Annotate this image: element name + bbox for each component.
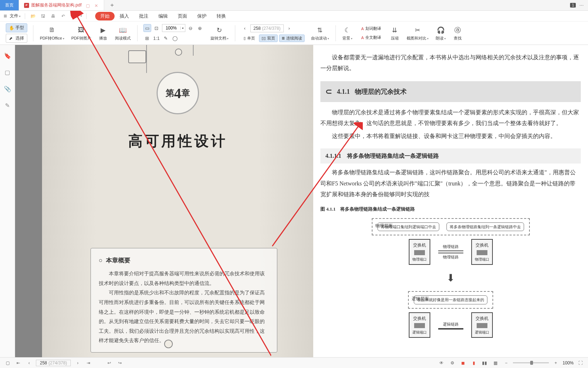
- status-bar: ▢ ⇤ ‹ 258 (274/378) › ⇥ ↩ ↪ 👁 ⚙ ◼ ▮ ▮▮ ▦…: [0, 357, 588, 368]
- print-icon[interactable]: 🖶: [50, 13, 57, 20]
- quick-toolbar: ≡ 文件▾ 📂 🖫 🖶 ↶ ↷ ▾ 开始 插入 批注 编辑 页面 保护 转换: [0, 11, 588, 22]
- detach-icon[interactable]: ▢: [86, 3, 90, 8]
- settings-icon[interactable]: ⚙: [448, 359, 456, 367]
- overflow-menu-icon[interactable]: ⋯: [579, 3, 584, 8]
- mode-square-icon[interactable]: ◼: [459, 359, 467, 367]
- panel-toggle-icon[interactable]: ▢: [4, 359, 11, 367]
- zoom-in-icon[interactable]: ⊕: [196, 24, 204, 32]
- last-page-icon[interactable]: ⇥: [84, 359, 92, 367]
- marquee-icon[interactable]: ◯: [171, 34, 179, 42]
- chevron-down-icon: ▾: [351, 37, 352, 40]
- play-button[interactable]: ▶播放: [96, 26, 111, 41]
- zoom-in-icon[interactable]: +: [552, 359, 560, 367]
- reading-mode-button[interactable]: 📖阅读模式: [112, 26, 134, 41]
- status-page-total: (274/378): [48, 360, 67, 365]
- nav-forward-icon[interactable]: ↪: [116, 359, 124, 367]
- fit-width-icon[interactable]: ▭: [143, 24, 151, 32]
- chevron-down-icon: ▾: [328, 37, 329, 40]
- page-right: 设备都需要无一遗漏地进行冗余配置，本书将从中选出与网络相关的冗余技术以及注意的事…: [313, 45, 588, 357]
- first-page-icon[interactable]: ⇤: [14, 359, 22, 367]
- menu-start[interactable]: 开始: [95, 12, 115, 20]
- eyedropper-icon[interactable]: ✎: [162, 34, 170, 42]
- new-tab-button[interactable]: ＋: [104, 0, 120, 10]
- menu-convert[interactable]: 转换: [212, 12, 231, 21]
- chapter-badge: 第4章: [157, 72, 199, 114]
- menu-edit[interactable]: 编辑: [153, 12, 173, 21]
- tab-home[interactable]: 首页: [0, 0, 19, 10]
- compress-button[interactable]: ⇊压缩: [387, 26, 402, 41]
- redo-icon[interactable]: ↷: [70, 13, 77, 20]
- mode-double-icon[interactable]: ▮▮: [481, 359, 489, 367]
- decor-icon: ⊂: [325, 84, 332, 99]
- menu-protect[interactable]: 保护: [192, 12, 212, 21]
- chevron-down-icon: ▾: [63, 37, 64, 40]
- rotate-icon: ↻: [215, 26, 224, 35]
- word-translate-button[interactable]: A划词翻译: [359, 25, 384, 32]
- eye-icon[interactable]: 👁: [437, 359, 445, 367]
- fullscreen-icon[interactable]: ⛶: [577, 359, 584, 367]
- auto-scroll-button[interactable]: ⇅自动滚动▾: [308, 26, 332, 41]
- chevron-down-icon[interactable]: ▾: [180, 27, 185, 30]
- single-page-button[interactable]: ▯单页: [241, 34, 258, 42]
- hamburger-icon[interactable]: ≡: [4, 13, 7, 19]
- document-viewport[interactable]: 第4章 高可用性设计 ○本章概要 本章将要介绍对于提高服务器端可用性来说所必需的…: [15, 45, 588, 357]
- diagram-switch-box: 交换机逻辑端口: [471, 312, 493, 338]
- screenshot-compare-button[interactable]: ✂截图和对比▾: [404, 26, 431, 41]
- open-icon[interactable]: 📂: [29, 13, 37, 20]
- full-translate-button[interactable]: A全文翻译: [359, 34, 384, 41]
- rotate-document-button[interactable]: ↻旋转文档▾: [208, 26, 231, 41]
- annotations-icon[interactable]: ✎: [4, 102, 11, 109]
- menu-bar: 开始 插入 批注 编辑 页面 保护 转换: [95, 12, 231, 21]
- bookmark-icon[interactable]: 🔖: [4, 52, 11, 59]
- select-tool-button[interactable]: ⬈选择: [6, 34, 27, 43]
- chevron-down-icon[interactable]: ▾: [80, 14, 82, 18]
- next-page-icon[interactable]: ›: [285, 24, 293, 32]
- search-icon: ⓐ: [453, 26, 462, 35]
- fit-icon[interactable]: ⊞: [143, 34, 151, 42]
- zoom-out-icon[interactable]: −: [502, 359, 510, 367]
- zoom-slider[interactable]: [513, 362, 549, 363]
- next-page-icon[interactable]: ›: [74, 359, 82, 367]
- screenshot-icon: ✂: [413, 26, 422, 35]
- attachments-icon[interactable]: 📎: [4, 85, 11, 92]
- double-page-button[interactable]: ▯▯双页: [259, 34, 278, 42]
- document-icon: 🗎: [47, 26, 57, 35]
- zoom-out-icon[interactable]: ⊖: [187, 24, 195, 32]
- read-aloud-button[interactable]: 🎧朗读▾: [433, 26, 449, 41]
- prev-page-icon[interactable]: ‹: [241, 24, 249, 32]
- mode-single-icon[interactable]: ▮: [470, 359, 478, 367]
- page-input-box[interactable]: 258(274/378): [250, 24, 284, 32]
- menu-annotate[interactable]: 批注: [134, 12, 153, 21]
- actual-size-icon[interactable]: 1:1: [153, 34, 161, 42]
- menu-page[interactable]: 页面: [173, 12, 192, 21]
- find-button[interactable]: ⓐ查找: [450, 26, 465, 41]
- menu-insert[interactable]: 插入: [115, 12, 134, 21]
- pdf-to-image-button[interactable]: 🖼PDF转图片: [69, 26, 94, 41]
- file-menu[interactable]: 文件▾: [10, 13, 20, 19]
- diagram-bubble: 将多条物理链路集结到一条逻辑链路中去: [446, 222, 524, 231]
- diagram-physical-layer: 物理层面 将物理端口集结到逻辑端口中去 将多条物理链路集结到一条逻辑链路中去: [372, 218, 530, 235]
- image-icon: 🖼: [77, 26, 86, 35]
- figure-diagram: 物理层面 将物理端口集结到逻辑端口中去 将多条物理链路集结到一条逻辑链路中去 交…: [320, 218, 581, 338]
- save-icon[interactable]: 🖫: [40, 13, 47, 20]
- chevron-down-icon: ▾: [227, 37, 228, 40]
- decor-box: [128, 50, 146, 63]
- body-paragraph: 设备都需要无一遗漏地进行冗余配置，本书将从中选出与网络相关的冗余技术以及注意的事…: [320, 52, 581, 74]
- ribbon-toolbar: ✋手型 ⬈选择 🗎PDF转Office▾ 🖼PDF转图片 ▶播放 📖阅读模式 ▭…: [0, 22, 588, 45]
- status-page-box[interactable]: 258 (274/378): [36, 360, 71, 366]
- continuous-read-button[interactable]: ≣连续阅读: [279, 34, 305, 42]
- close-icon[interactable]: ✕: [94, 3, 99, 8]
- fit-page-icon[interactable]: ⊡: [153, 24, 161, 32]
- thumbnails-icon[interactable]: ▢: [4, 69, 11, 76]
- zoom-input[interactable]: [162, 26, 180, 31]
- prev-page-icon[interactable]: ‹: [25, 359, 33, 367]
- hand-tool-button[interactable]: ✋手型: [6, 23, 27, 32]
- pdf-to-office-button[interactable]: 🗎PDF转Office▾: [37, 26, 67, 41]
- mode-grid-icon[interactable]: ▦: [491, 359, 499, 367]
- background-button[interactable]: ☾背景▾: [339, 26, 355, 41]
- compress-icon: ⇊: [390, 26, 399, 35]
- tab-document[interactable]: 图解服务器端网络架构.pdf ▢ ✕: [19, 0, 104, 10]
- nav-back-icon[interactable]: ↩: [105, 359, 113, 367]
- zoom-combo[interactable]: ▾: [162, 24, 185, 32]
- undo-icon[interactable]: ↶: [60, 13, 67, 20]
